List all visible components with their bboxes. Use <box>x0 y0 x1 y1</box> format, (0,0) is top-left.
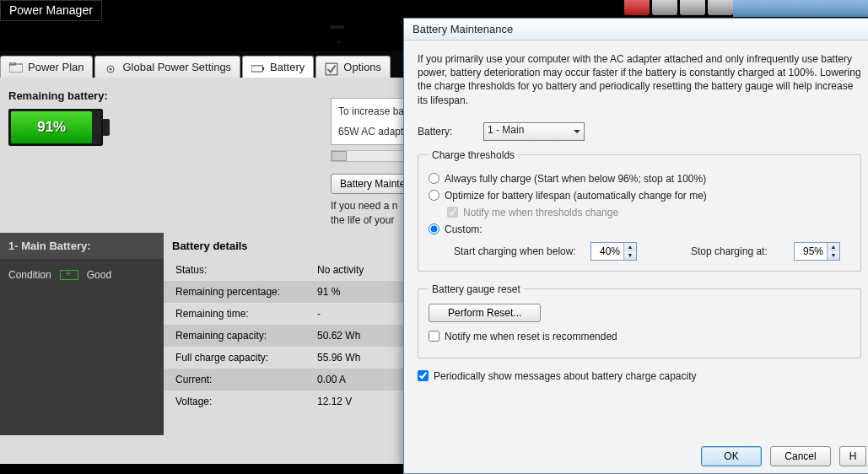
checkbox-periodic-messages-label: Periodically show messages about battery… <box>434 370 697 382</box>
details-key: Remaining capacity: <box>175 330 317 342</box>
spin-down-icon[interactable]: ▼ <box>624 251 636 260</box>
battery-fill: 91% <box>11 111 92 143</box>
dialog-intro-text: If you primarily use your computer with … <box>418 52 861 107</box>
battery-gauge-reset-group: Battery gauge reset Perform Reset... Not… <box>418 283 861 358</box>
perform-reset-button[interactable]: Perform Reset... <box>429 304 541 322</box>
spin-up-icon[interactable]: ▲ <box>624 243 636 251</box>
details-value: - <box>317 308 393 320</box>
radio-always-full[interactable]: Always fully charge (Start when below 96… <box>429 173 850 185</box>
charge-thresholds-legend: Charge thresholds <box>429 149 518 161</box>
stop-charging-input[interactable] <box>795 243 827 260</box>
details-key: Status: <box>175 264 317 276</box>
details-value: 0.00 A <box>317 374 393 385</box>
battery-details: Battery details Status:No activityRemain… <box>164 233 405 435</box>
start-charging-spinner[interactable]: ▲▼ <box>590 242 637 261</box>
tab-battery[interactable]: Battery <box>242 56 314 78</box>
stop-charging-spinner[interactable]: ▲▼ <box>794 242 840 261</box>
close2-stub-icon <box>708 0 733 15</box>
details-key: Remaining percentage: <box>175 286 317 298</box>
folder-icon <box>9 62 23 73</box>
details-value: 12.12 V <box>317 396 393 407</box>
radio-optimize[interactable]: Optimize for battery lifespan (automatic… <box>429 190 850 202</box>
battery-sidebar: 1- Main Battery: Condition Good <box>0 233 164 435</box>
details-value: 55.96 Wh <box>317 352 393 364</box>
tab-options[interactable]: Options <box>315 56 391 78</box>
checkbox-periodic-messages[interactable]: Periodically show messages about battery… <box>418 370 861 382</box>
svg-rect-5 <box>262 67 264 70</box>
details-row: Current:0.00 A <box>164 369 405 391</box>
radio-always-full-input[interactable] <box>429 173 439 184</box>
check-icon <box>325 62 338 73</box>
svg-rect-4 <box>251 66 262 72</box>
condition-value: Good <box>87 269 111 281</box>
details-key: Current: <box>175 374 317 385</box>
tab-power-plan[interactable]: Power Plan <box>0 56 93 78</box>
details-row: Full charge capacity:55.96 Wh <box>164 347 405 369</box>
start-charging-label: Start charging when below: <box>454 245 580 257</box>
window-controls-stub <box>622 0 733 15</box>
radio-optimize-label: Optimize for battery lifespan (automatic… <box>445 190 707 202</box>
radio-custom-label: Custom: <box>445 224 483 235</box>
battery-maintenance-dialog: Battery Maintenance If you primarily use… <box>403 18 868 474</box>
min-stub-icon <box>652 0 677 15</box>
radio-custom-input[interactable] <box>429 224 439 234</box>
details-key: Full charge capacity: <box>175 352 317 364</box>
spin-down-icon[interactable]: ▼ <box>828 251 839 260</box>
checkbox-notify-thresholds-input <box>447 207 458 218</box>
details-value: No activity <box>317 264 393 276</box>
details-row: Remaining time:- <box>164 303 405 325</box>
details-row: Status:No activity <box>164 259 405 281</box>
app-title: Power Manager <box>0 0 102 21</box>
svg-point-3 <box>110 67 112 70</box>
radio-always-full-label: Always fully charge (Start when below 96… <box>445 173 706 185</box>
tab-global-power-settings[interactable]: Global Power Settings <box>94 56 240 78</box>
dialog-title: Battery Maintenance <box>404 19 868 40</box>
battery-maintenance-button[interactable]: Battery Mainte <box>331 174 414 194</box>
scroll-thumb[interactable] <box>332 151 347 161</box>
details-key: Voltage: <box>175 396 317 407</box>
battery-icon <box>251 62 265 73</box>
tab-label: Global Power Settings <box>122 61 231 73</box>
battery-lower-panel: 1- Main Battery: Condition Good Battery … <box>0 233 405 435</box>
start-charging-input[interactable] <box>591 243 623 260</box>
close-stub-icon <box>624 0 650 15</box>
details-header: Battery details <box>164 233 405 259</box>
battery-select-label: Battery: <box>418 126 468 137</box>
tab-label: Power Plan <box>28 61 84 73</box>
stop-charging-label: Stop charging at: <box>691 245 784 257</box>
tab-label: Battery <box>270 61 305 73</box>
details-row: Remaining percentage:91 % <box>164 281 405 303</box>
battery-shell: 91% <box>8 109 103 146</box>
checkbox-notify-reset[interactable]: Notify me when reset is recommended <box>429 331 850 342</box>
checkbox-notify-thresholds: Notify me when thresholds change <box>447 207 850 218</box>
battery-health-icon <box>60 270 78 280</box>
radio-optimize-input[interactable] <box>429 190 439 201</box>
svg-rect-6 <box>326 63 337 75</box>
tab-bar: Power Plan Global Power Settings Battery… <box>0 51 405 78</box>
details-value: 50.62 Wh <box>317 330 393 342</box>
checkbox-notify-reset-label: Notify me when reset is recommended <box>445 331 617 342</box>
radio-custom[interactable]: Custom: <box>429 224 850 235</box>
spin-up-icon[interactable]: ▲ <box>828 243 839 251</box>
battery-percent-text: 91% <box>37 119 66 136</box>
ok-button[interactable]: OK <box>701 446 762 466</box>
gauge-reset-legend: Battery gauge reset <box>429 283 524 295</box>
charge-thresholds-group: Charge thresholds Always fully charge (S… <box>418 149 861 272</box>
cancel-button[interactable]: Cancel <box>770 446 831 466</box>
battery-select[interactable]: 1 - Main <box>483 122 585 141</box>
battery-tip-icon <box>103 119 110 136</box>
details-value: 91 % <box>317 286 393 298</box>
help-button[interactable]: H <box>839 446 866 466</box>
details-key: Remaining time: <box>175 308 317 320</box>
details-row: Remaining capacity:50.62 Wh <box>164 325 405 347</box>
checkbox-notify-thresholds-label: Notify me when thresholds change <box>463 207 618 218</box>
condition-label: Condition <box>8 269 51 281</box>
condition-row: Condition Good <box>0 259 164 291</box>
titlebar-ribbon <box>733 0 868 17</box>
checkbox-notify-reset-input[interactable] <box>429 331 439 342</box>
gear-icon <box>104 62 117 73</box>
tab-label: Options <box>343 61 381 73</box>
dialog-footer: OK Cancel H <box>701 446 866 466</box>
max-stub-icon <box>680 0 705 15</box>
checkbox-periodic-messages-input[interactable] <box>418 370 429 381</box>
